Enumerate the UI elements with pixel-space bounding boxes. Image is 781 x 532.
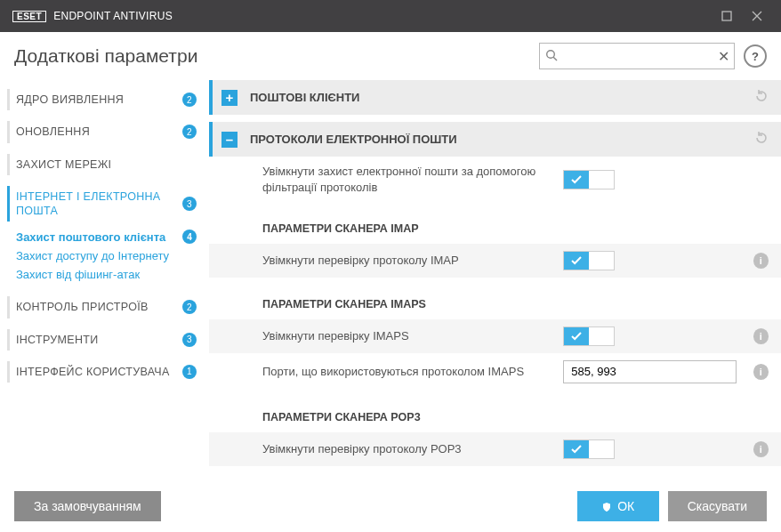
info-icon[interactable]: i	[753, 253, 769, 269]
toggle-enable-email-filtering[interactable]	[563, 170, 615, 189]
count-badge: 3	[182, 333, 197, 347]
ok-label: ОК	[617, 499, 634, 513]
product-name: ENDPOINT ANTIVIRUS	[53, 10, 173, 22]
sub-heading: ПАРАМЕТРИ СКАНЕРА POP3	[262, 410, 552, 425]
sidebar-sub-web-access-protection[interactable]: Захист доступу до Інтернету	[16, 246, 197, 265]
brand-badge: ESET	[12, 11, 46, 22]
toggle-enable-imaps[interactable]	[563, 326, 615, 346]
ok-button[interactable]: ОК	[577, 491, 659, 521]
setting-label: Увімкнути перевірку протоколу POP3	[262, 441, 552, 457]
sidebar-subitems: Захист поштового клієнта 4 Захист доступ…	[0, 227, 209, 291]
sidebar-item-update[interactable]: ОНОВЛЕННЯ 2	[0, 116, 209, 148]
section-header-email-protocols[interactable]: – ПРОТОКОЛИ ЕЛЕКТРОННОЇ ПОШТИ	[209, 122, 781, 157]
row-enable-email-filtering: Увімкнути захист електронної пошти за до…	[209, 157, 781, 202]
setting-label: Увімкнути перевірку IMAPS	[262, 328, 552, 344]
undo-icon[interactable]	[754, 131, 769, 148]
count-badge: 2	[182, 125, 197, 139]
expand-icon[interactable]: +	[221, 90, 238, 106]
shield-icon	[601, 501, 612, 512]
sidebar-sub-antiphishing[interactable]: Захист від фішинг-атак	[16, 265, 197, 284]
app-logo: ESET ENDPOINT ANTIVIRUS	[12, 10, 173, 22]
row-enable-pop3: Увімкнути перевірку протоколу POP3 i	[209, 432, 781, 466]
default-button[interactable]: За замовчуванням	[14, 491, 161, 521]
sidebar-item-network-protection[interactable]: ЗАХИСТ МЕРЕЖІ	[0, 149, 209, 181]
footer: За замовчуванням ОК Скасувати	[0, 480, 781, 532]
sidebar: ЯДРО ВИЯВЛЕННЯ 2 ОНОВЛЕННЯ 2 ЗАХИСТ МЕРЕ…	[0, 80, 209, 480]
row-pop3-heading: ПАРАМЕТРИ СКАНЕРА POP3	[209, 391, 781, 432]
content-pane: + ПОШТОВІ КЛІЄНТИ – ПРОТОКОЛИ ЕЛЕКТРОННО…	[209, 80, 781, 480]
section-mail-clients: + ПОШТОВІ КЛІЄНТИ	[209, 80, 781, 115]
sidebar-item-tools[interactable]: ІНСТРУМЕНТИ 3	[0, 324, 209, 356]
section-title: ПОШТОВІ КЛІЄНТИ	[250, 91, 742, 104]
row-enable-imap: Увімкнути перевірку протоколу IMAP i	[209, 244, 781, 278]
setting-label: Увімкнути перевірку протоколу IMAP	[262, 253, 552, 269]
sidebar-item-web-email[interactable]: ІНТЕРНЕТ І ЕЛЕКТРОННА ПОШТА 3	[0, 181, 209, 228]
row-imaps-ports: Порти, що використовуються протоколом IM…	[209, 353, 781, 391]
sub-heading: ПАРАМЕТРИ СКАНЕРА IMAPS	[262, 297, 552, 312]
page-title: Додаткові параметри	[14, 45, 539, 67]
undo-icon[interactable]	[754, 89, 769, 106]
count-badge: 2	[182, 93, 197, 107]
help-button[interactable]: ?	[744, 44, 767, 68]
count-badge: 1	[182, 365, 197, 379]
collapse-icon[interactable]: –	[221, 132, 238, 148]
section-email-protocols: – ПРОТОКОЛИ ЕЛЕКТРОННОЇ ПОШТИ Увімкнути …	[209, 122, 781, 466]
row-enable-imaps: Увімкнути перевірку IMAPS i	[209, 319, 781, 353]
window-maximize-button[interactable]	[712, 0, 742, 32]
setting-label: Порти, що використовуються протоколом IM…	[262, 364, 552, 380]
row-imap-heading: ПАРАМЕТРИ СКАНЕРА IMAP	[209, 202, 781, 244]
search-icon	[545, 49, 558, 64]
toggle-enable-imap[interactable]	[563, 251, 615, 270]
header: Додаткові параметри ✕ ?	[0, 32, 781, 80]
info-icon[interactable]: i	[753, 328, 769, 344]
sidebar-item-device-control[interactable]: КОНТРОЛЬ ПРИСТРОЇВ 2	[0, 291, 209, 323]
svg-rect-0	[722, 12, 731, 20]
search-clear-button[interactable]: ✕	[718, 48, 729, 65]
titlebar: ESET ENDPOINT ANTIVIRUS	[0, 0, 781, 32]
setting-label: Увімкнути захист електронної пошти за до…	[262, 164, 552, 195]
section-header-mail-clients[interactable]: + ПОШТОВІ КЛІЄНТИ	[209, 80, 781, 115]
sidebar-item-ui[interactable]: ІНТЕРФЕЙС КОРИСТУВАЧА 1	[0, 356, 209, 388]
sidebar-sub-mail-client-protection[interactable]: Захист поштового клієнта 4	[16, 227, 197, 246]
info-icon[interactable]: i	[753, 441, 769, 457]
toggle-enable-pop3[interactable]	[563, 439, 615, 459]
sub-heading: ПАРАМЕТРИ СКАНЕРА IMAP	[262, 222, 552, 237]
section-title: ПРОТОКОЛИ ЕЛЕКТРОННОЇ ПОШТИ	[250, 133, 742, 146]
count-badge: 4	[182, 230, 197, 244]
count-badge: 2	[182, 300, 197, 314]
search-input[interactable]	[563, 50, 713, 63]
imaps-ports-input[interactable]	[563, 360, 737, 383]
count-badge: 3	[182, 197, 197, 211]
window-close-button[interactable]	[742, 0, 772, 32]
row-imaps-heading: ПАРАМЕТРИ СКАНЕРА IMAPS	[209, 278, 781, 319]
info-icon[interactable]: i	[753, 364, 769, 380]
svg-point-1	[547, 50, 555, 58]
search-box[interactable]: ✕	[539, 43, 735, 69]
cancel-button[interactable]: Скасувати	[668, 491, 767, 521]
sidebar-item-detection-engine[interactable]: ЯДРО ВИЯВЛЕННЯ 2	[0, 84, 209, 116]
